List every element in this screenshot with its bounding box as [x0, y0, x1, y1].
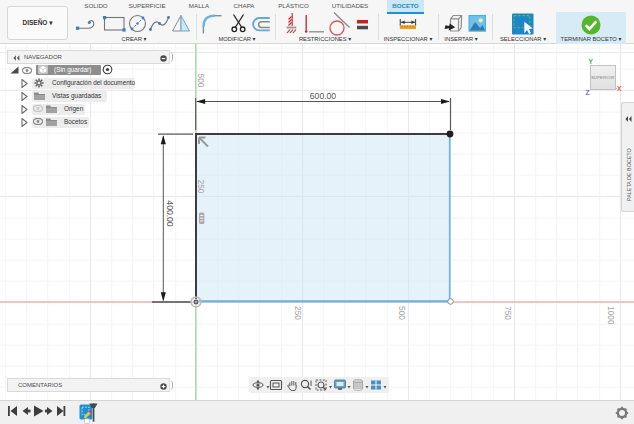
svg-text:750: 750 [503, 306, 513, 320]
svg-text:1000: 1000 [606, 306, 616, 325]
svg-text:X: X [617, 85, 622, 92]
svg-text:250: 250 [293, 306, 303, 320]
svg-text:500: 500 [196, 74, 206, 88]
svg-text:Z: Z [586, 89, 590, 96]
svg-text:600.00: 600.00 [310, 91, 337, 101]
svg-text:400.00: 400.00 [165, 200, 175, 227]
svg-text:500: 500 [397, 306, 407, 320]
svg-text:250: 250 [196, 180, 206, 194]
